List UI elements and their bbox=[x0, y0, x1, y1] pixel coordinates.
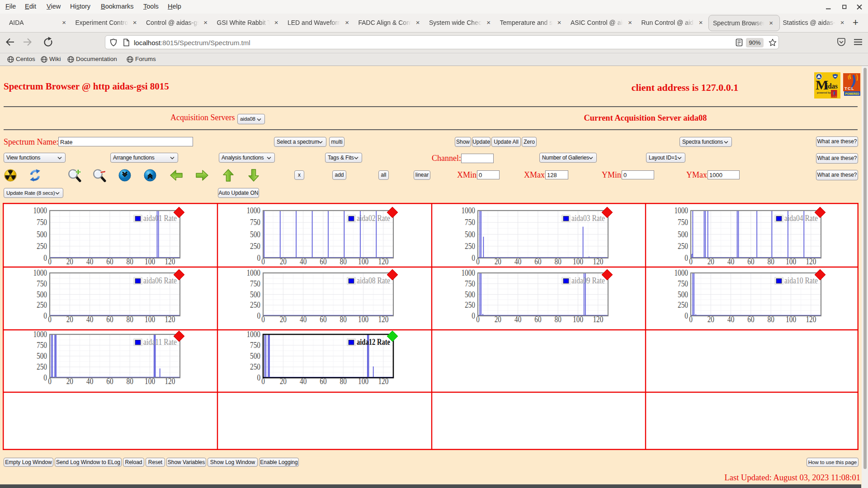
svg-text:20: 20 bbox=[280, 377, 287, 386]
svg-text:100: 100 bbox=[358, 377, 368, 386]
svg-text:idas: idas bbox=[826, 82, 838, 90]
svg-text:TCL: TCL bbox=[844, 86, 854, 91]
svg-text:0: 0 bbox=[689, 315, 693, 324]
svg-text:100: 100 bbox=[573, 257, 583, 266]
svg-text:500: 500 bbox=[37, 230, 47, 239]
svg-text:20: 20 bbox=[495, 315, 501, 324]
svg-text:120: 120 bbox=[165, 257, 175, 266]
svg-text:0: 0 bbox=[257, 373, 260, 382]
svg-text:100: 100 bbox=[145, 257, 155, 266]
svg-text:120: 120 bbox=[378, 315, 388, 324]
svg-text:40: 40 bbox=[86, 257, 93, 266]
svg-text:100: 100 bbox=[358, 315, 368, 324]
svg-text:750: 750 bbox=[37, 279, 47, 288]
svg-text:aida09 Rate: aida09 Rate bbox=[571, 276, 605, 285]
svg-text:aida11 Rate: aida11 Rate bbox=[143, 338, 177, 347]
svg-text:80: 80 bbox=[127, 315, 133, 324]
svg-text:60: 60 bbox=[106, 377, 113, 386]
svg-text:750: 750 bbox=[678, 279, 688, 288]
svg-text:100: 100 bbox=[358, 257, 368, 266]
svg-text:120: 120 bbox=[593, 257, 603, 266]
svg-text:80: 80 bbox=[768, 257, 774, 266]
svg-text:0: 0 bbox=[689, 257, 693, 266]
svg-text:40: 40 bbox=[727, 315, 734, 324]
svg-text:20: 20 bbox=[66, 257, 73, 266]
svg-text:20: 20 bbox=[280, 257, 287, 266]
svg-text:60: 60 bbox=[747, 257, 754, 266]
svg-text:20: 20 bbox=[66, 315, 73, 324]
svg-text:20: 20 bbox=[66, 377, 73, 386]
svg-text:0: 0 bbox=[43, 373, 47, 382]
svg-text:0: 0 bbox=[684, 311, 688, 320]
svg-text:aida03 Rate: aida03 Rate bbox=[571, 214, 605, 223]
svg-text:80: 80 bbox=[127, 377, 133, 386]
svg-text:100: 100 bbox=[145, 377, 155, 386]
svg-text:250: 250 bbox=[37, 242, 47, 251]
svg-text:0: 0 bbox=[472, 253, 475, 263]
svg-text:0: 0 bbox=[43, 253, 47, 263]
svg-text:60: 60 bbox=[747, 315, 754, 324]
svg-text:0: 0 bbox=[43, 311, 47, 320]
svg-text:250: 250 bbox=[250, 362, 260, 371]
svg-text:1000: 1000 bbox=[33, 330, 47, 339]
svg-text:100: 100 bbox=[786, 315, 796, 324]
svg-text:20: 20 bbox=[495, 257, 501, 266]
svg-text:80: 80 bbox=[555, 257, 561, 266]
svg-text:250: 250 bbox=[465, 300, 475, 310]
svg-text:60: 60 bbox=[320, 257, 326, 266]
svg-text:0: 0 bbox=[472, 311, 475, 320]
svg-text:120: 120 bbox=[378, 377, 388, 386]
svg-text:0: 0 bbox=[261, 315, 265, 324]
svg-text:250: 250 bbox=[37, 300, 47, 310]
svg-text:0: 0 bbox=[257, 311, 260, 320]
svg-text:120: 120 bbox=[165, 377, 175, 386]
svg-text:0: 0 bbox=[48, 315, 52, 324]
svg-text:0: 0 bbox=[476, 315, 480, 324]
svg-text:1000: 1000 bbox=[461, 268, 475, 277]
svg-text:80: 80 bbox=[555, 315, 561, 324]
svg-text:40: 40 bbox=[86, 315, 93, 324]
svg-text:120: 120 bbox=[806, 315, 816, 324]
svg-text:80: 80 bbox=[340, 377, 347, 386]
svg-text:0: 0 bbox=[261, 377, 265, 386]
svg-text:500: 500 bbox=[37, 352, 47, 361]
svg-text:120: 120 bbox=[165, 315, 175, 324]
svg-text:60: 60 bbox=[320, 377, 326, 386]
svg-text:120: 120 bbox=[378, 257, 388, 266]
svg-text:40: 40 bbox=[300, 257, 307, 266]
svg-text:aida04 Rate: aida04 Rate bbox=[784, 214, 818, 223]
svg-text:60: 60 bbox=[106, 257, 113, 266]
svg-text:100: 100 bbox=[573, 315, 583, 324]
svg-text:1000: 1000 bbox=[461, 206, 475, 215]
svg-text:100: 100 bbox=[145, 315, 155, 324]
svg-text:20: 20 bbox=[280, 315, 287, 324]
svg-text:1000: 1000 bbox=[246, 206, 260, 215]
svg-text:1000: 1000 bbox=[674, 268, 688, 277]
svg-text:500: 500 bbox=[250, 230, 260, 239]
svg-text:0: 0 bbox=[261, 257, 265, 266]
svg-text:120: 120 bbox=[806, 257, 816, 266]
svg-text:80: 80 bbox=[127, 257, 133, 266]
svg-text:40: 40 bbox=[727, 257, 734, 266]
svg-text:1000: 1000 bbox=[33, 268, 47, 277]
svg-text:500: 500 bbox=[678, 230, 688, 239]
svg-text:aida06 Rate: aida06 Rate bbox=[143, 276, 177, 285]
svg-text:0: 0 bbox=[48, 257, 52, 266]
svg-text:750: 750 bbox=[250, 341, 260, 350]
svg-text:1000: 1000 bbox=[246, 330, 260, 339]
svg-text:750: 750 bbox=[465, 279, 475, 288]
svg-text:750: 750 bbox=[37, 341, 47, 350]
svg-text:40: 40 bbox=[514, 315, 521, 324]
svg-text:500: 500 bbox=[465, 290, 475, 299]
svg-text:500: 500 bbox=[678, 290, 688, 299]
svg-text:80: 80 bbox=[340, 315, 347, 324]
svg-text:60: 60 bbox=[534, 257, 541, 266]
svg-text:aida02 Rate: aida02 Rate bbox=[357, 214, 390, 223]
svg-text:100: 100 bbox=[786, 257, 796, 266]
svg-text:250: 250 bbox=[250, 300, 260, 310]
svg-text:0: 0 bbox=[476, 257, 480, 266]
svg-text:500: 500 bbox=[250, 352, 260, 361]
svg-text:250: 250 bbox=[465, 242, 475, 251]
svg-text:POWERED: POWERED bbox=[845, 92, 859, 95]
svg-text:20: 20 bbox=[708, 315, 714, 324]
